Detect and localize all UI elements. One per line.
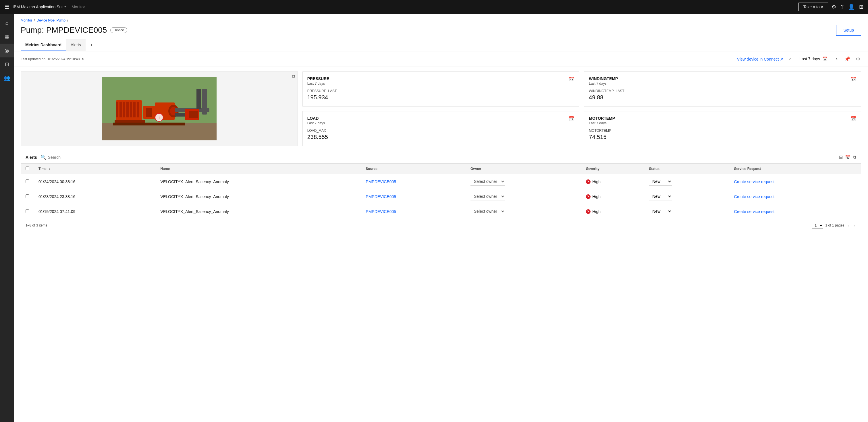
setup-button[interactable]: Setup [836, 25, 861, 36]
svg-rect-1 [102, 123, 217, 140]
th-status: Status [644, 164, 729, 174]
metric-motortemp-title-group: MOTORTEMP Last 7 days [589, 116, 615, 125]
metric-load-title-group: LOAD Last 7 days [307, 116, 325, 125]
pump-image-svg: i [102, 77, 217, 140]
owner-select-1[interactable]: Select owner [470, 193, 505, 200]
alerts-search-input[interactable] [48, 155, 98, 160]
alerts-table-body: 01/24/2024 00:38:16 VELOCITYX_Alert_Sali… [21, 174, 861, 219]
windingtemp-label: WINDINGTEMP_LAST [589, 89, 856, 93]
main-content: Monitor / Device type: Pump / Pump: PMPD… [14, 14, 868, 422]
source-link-2[interactable]: PMPDEVICE005 [366, 209, 396, 214]
pressure-calendar-icon[interactable]: 📅 [569, 76, 575, 82]
row-source-1: PMPDEVICE005 [361, 189, 466, 204]
metric-load-subtitle: Last 7 days [307, 121, 325, 125]
load-value: 238.555 [307, 134, 575, 140]
motortemp-calendar-icon[interactable]: 📅 [850, 116, 856, 122]
menu-icon[interactable]: ☰ [5, 4, 9, 10]
source-link-0[interactable]: PMPDEVICE005 [366, 180, 396, 184]
tour-button[interactable]: Take a tour [799, 3, 828, 11]
settings-nav-icon[interactable]: ⚙ [832, 4, 836, 10]
severity-high-2: ✕ High [586, 209, 640, 214]
sidebar: ⌂ ▦ ◎ ⊡ 👥 [0, 14, 14, 422]
row-checkbox-cell [21, 189, 34, 204]
sidebar-item-monitor[interactable]: ◎ [0, 44, 14, 57]
time-range-control[interactable]: Last 7 days 📅 [797, 55, 830, 63]
row-name-2: VELOCITYX_Alert_Saliency_Anomaly [156, 204, 361, 219]
alerts-export-button[interactable]: ⧉ [853, 155, 856, 160]
severity-high-0: ✕ High [586, 180, 640, 184]
time-range-prev[interactable]: ‹ [787, 55, 793, 63]
pressure-value: 195.934 [307, 94, 575, 101]
metric-pressure-header: PRESSURE Last 7 days 📅 [307, 76, 575, 86]
pressure-label: PRESSURE_LAST [307, 89, 575, 93]
apps-nav-icon[interactable]: ⊞ [859, 4, 863, 10]
alerts-title: Alerts [26, 155, 37, 160]
row-severity-2: ✕ High [581, 204, 644, 219]
refresh-icon[interactable]: ↻ [82, 57, 85, 61]
user-nav-icon[interactable]: 👤 [848, 4, 855, 10]
metric-motortemp-title: MOTORTEMP [589, 116, 615, 121]
owner-select-0[interactable]: Select owner [470, 178, 505, 186]
create-service-link-2[interactable]: Create service request [734, 209, 775, 214]
row-source-0: PMPDEVICE005 [361, 174, 466, 189]
create-service-link-0[interactable]: Create service request [734, 180, 775, 184]
app-logo: IBM Maximo Application Suite [13, 5, 66, 9]
top-nav-icons: ⚙ ? 👤 ⊞ [832, 4, 863, 10]
time-range-next[interactable]: › [834, 55, 840, 63]
app-name: Monitor [71, 5, 85, 9]
sidebar-item-devices[interactable]: ⊡ [0, 57, 14, 71]
svg-rect-5 [116, 102, 118, 118]
search-icon: 🔍 [40, 155, 46, 160]
windingtemp-calendar-icon[interactable]: 📅 [850, 76, 856, 82]
sort-icon[interactable]: ↓ [49, 167, 50, 171]
severity-label-0: High [592, 180, 600, 184]
alerts-calendar-button[interactable]: 📅 [845, 155, 851, 160]
sidebar-item-users[interactable]: 👥 [0, 71, 14, 85]
metric-motortemp-subtitle: Last 7 days [589, 121, 615, 125]
row-checkbox-1[interactable] [26, 194, 29, 198]
toolbar-right: View device in Connect ↗ ‹ Last 7 days 📅… [737, 55, 861, 63]
page-size-select[interactable]: 1 [812, 223, 823, 228]
metric-windingtemp-header: WINDINGTEMP Last 7 days 📅 [589, 76, 856, 86]
next-page-button[interactable]: › [852, 222, 856, 229]
breadcrumb-sep-2: / [67, 19, 68, 22]
pin-icon-button[interactable]: 📌 [843, 55, 851, 63]
metric-load-header: LOAD Last 7 days 📅 [307, 116, 575, 125]
sidebar-item-grid[interactable]: ▦ [0, 30, 14, 44]
row-checkbox-0[interactable] [26, 180, 29, 183]
table-row: 01/19/2024 07:41:09 VELOCITYX_Alert_Sali… [21, 204, 861, 219]
load-calendar-icon[interactable]: 📅 [569, 116, 575, 122]
select-all-checkbox[interactable] [26, 166, 29, 170]
dashboard-content: ⧉ [14, 67, 868, 236]
metric-pressure-title: PRESSURE [307, 76, 330, 81]
status-select-0[interactable]: New [649, 178, 672, 186]
row-name-1: VELOCITYX_Alert_Saliency_Anomaly [156, 189, 361, 204]
help-nav-icon[interactable]: ? [841, 4, 844, 10]
breadcrumb-device-type[interactable]: Device type: Pump [36, 19, 65, 22]
tab-alerts[interactable]: Alerts [66, 39, 86, 51]
row-source-2: PMPDEVICE005 [361, 204, 466, 219]
owner-select-2[interactable]: Select owner [470, 207, 505, 215]
tab-metrics-dashboard[interactable]: Metrics Dashboard [21, 39, 66, 51]
toolbar-settings-button[interactable]: ⚙ [855, 55, 861, 63]
page-title: Pump: PMPDEVICE005 [21, 26, 107, 35]
prev-page-button[interactable]: ‹ [847, 222, 850, 229]
alerts-filter-button[interactable]: ⊟ [839, 155, 843, 160]
row-checkbox-2[interactable] [26, 209, 29, 213]
view-device-link[interactable]: View device in Connect ↗ [737, 57, 783, 61]
metric-windingtemp-title-group: WINDINGTEMP Last 7 days [589, 76, 618, 86]
breadcrumb-monitor[interactable]: Monitor [21, 19, 32, 22]
search-wrapper: 🔍 [40, 155, 836, 160]
th-source: Source [361, 164, 466, 174]
row-status-1: New [644, 189, 729, 204]
status-select-1[interactable]: New [649, 193, 672, 200]
source-link-1[interactable]: PMPDEVICE005 [366, 194, 396, 199]
row-checkbox-cell [21, 204, 34, 219]
status-select-2[interactable]: New [649, 207, 672, 215]
row-name-0: VELOCITYX_Alert_Saliency_Anomaly [156, 174, 361, 189]
tab-add-button[interactable]: + [86, 39, 97, 51]
breadcrumb: Monitor / Device type: Pump / [21, 19, 861, 22]
sidebar-item-home[interactable]: ⌂ [0, 16, 14, 30]
metric-windingtemp-subtitle: Last 7 days [589, 82, 618, 86]
create-service-link-1[interactable]: Create service request [734, 194, 775, 199]
